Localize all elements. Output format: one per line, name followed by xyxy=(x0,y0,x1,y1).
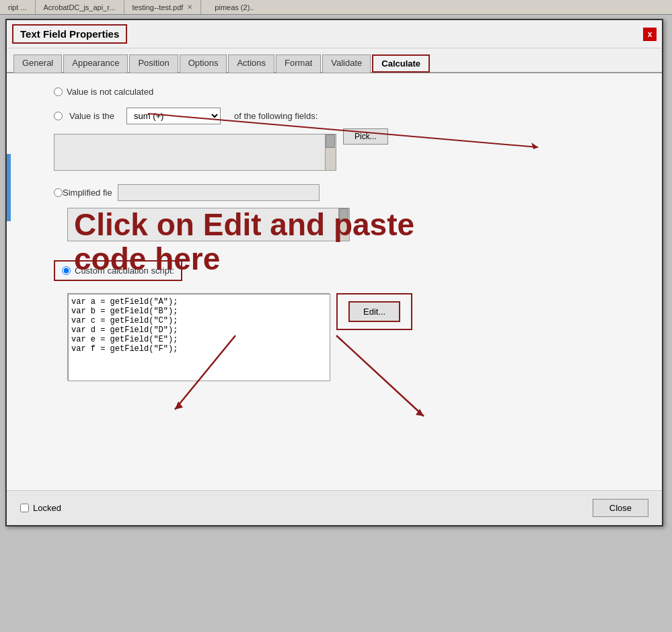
simplified-scrollbar[interactable] xyxy=(338,208,349,241)
simplified-field-row: Simplified fie xyxy=(54,184,642,201)
value-is-the-label: Value is the xyxy=(69,111,114,121)
tab-validate[interactable]: Validate xyxy=(322,54,371,73)
tab-actions[interactable]: Actions xyxy=(228,54,274,73)
script-area-container: var a = getField("A"); var b = getField(… xyxy=(67,293,642,381)
radio-value-is-the[interactable] xyxy=(54,112,63,120)
script-textarea-wrapper: var a = getField("A"); var b = getField(… xyxy=(67,293,330,381)
tab-position[interactable]: Position xyxy=(129,54,178,73)
custom-script-section: Custom calculation script: xyxy=(54,249,642,286)
tab-general[interactable]: General xyxy=(13,54,62,73)
dialog-close-button[interactable]: x xyxy=(643,28,657,41)
dialog-footer: Locked Close xyxy=(7,490,662,525)
tab-appearance[interactable]: Appearance xyxy=(63,54,128,73)
edit-button-wrapper: Edit... xyxy=(336,293,412,330)
simplified-label: Simplified fie xyxy=(63,188,112,198)
left-edge-bar xyxy=(7,154,11,221)
dialog-titlebar: Text Field Properties x xyxy=(7,20,662,48)
close-button[interactable]: Close xyxy=(593,499,648,517)
fields-list-box[interactable] xyxy=(54,134,336,171)
locked-label: Locked xyxy=(33,503,61,513)
tab-pimeas: pimeas (2).. xyxy=(201,3,672,11)
fields-scrollbar-thumb xyxy=(326,134,335,148)
script-textarea[interactable]: var a = getField("A"); var b = getField(… xyxy=(68,294,330,381)
value-is-the-row: Value is the sum (+) of the following fi… xyxy=(54,108,642,124)
tab-options[interactable]: Options xyxy=(180,54,227,73)
svg-marker-3 xyxy=(175,401,183,409)
calculation-type-dropdown[interactable]: sum (+) xyxy=(126,108,221,124)
svg-marker-5 xyxy=(416,409,424,416)
fields-list-content xyxy=(54,134,336,140)
simplified-scrollbar-thumb xyxy=(339,208,348,221)
edit-button[interactable]: Edit... xyxy=(348,301,400,322)
custom-script-label: Custom calculation script: xyxy=(75,266,174,276)
tab-testing[interactable]: testing--test.pdf ✕ xyxy=(124,0,202,14)
radio-not-calculated-label: Value is not calculated xyxy=(67,87,153,97)
radio-custom-script[interactable] xyxy=(62,266,71,275)
dialog-content: Value is not calculated Value is the sum… xyxy=(7,73,662,490)
tab-close-icon[interactable]: ✕ xyxy=(187,3,192,11)
browser-tabs: ript ... AcrobatDC_js_api_r... testing--… xyxy=(0,0,672,15)
tab-acrobat[interactable]: AcrobatDC_js_api_r... xyxy=(36,0,124,14)
locked-row: Locked xyxy=(20,503,61,513)
text-field-properties-dialog: Text Field Properties x General Appearan… xyxy=(5,19,663,526)
of-following-fields-label: of the following fields: xyxy=(234,111,318,121)
tab-format[interactable]: Format xyxy=(276,54,321,73)
radio-simplified[interactable] xyxy=(54,188,63,197)
tab-script[interactable]: ript ... xyxy=(0,0,36,14)
radio-not-calculated[interactable] xyxy=(54,87,63,96)
property-tabs: General Appearance Position Options Acti… xyxy=(7,48,662,73)
pick-button[interactable]: Pick... xyxy=(343,128,388,145)
radio-not-calculated-row: Value is not calculated xyxy=(54,87,642,97)
simplified-input[interactable] xyxy=(118,184,320,201)
simplified-textarea-area xyxy=(67,208,642,241)
custom-script-radio-row: Custom calculation script: xyxy=(54,260,182,281)
locked-checkbox[interactable] xyxy=(20,504,29,512)
fields-list-scrollbar[interactable] xyxy=(325,134,336,170)
tab-calculate[interactable]: Calculate xyxy=(372,54,430,73)
dialog-title: Text Field Properties xyxy=(12,24,127,44)
simplified-text-area[interactable] xyxy=(67,208,350,241)
fields-list-section: Pick... xyxy=(54,128,642,171)
